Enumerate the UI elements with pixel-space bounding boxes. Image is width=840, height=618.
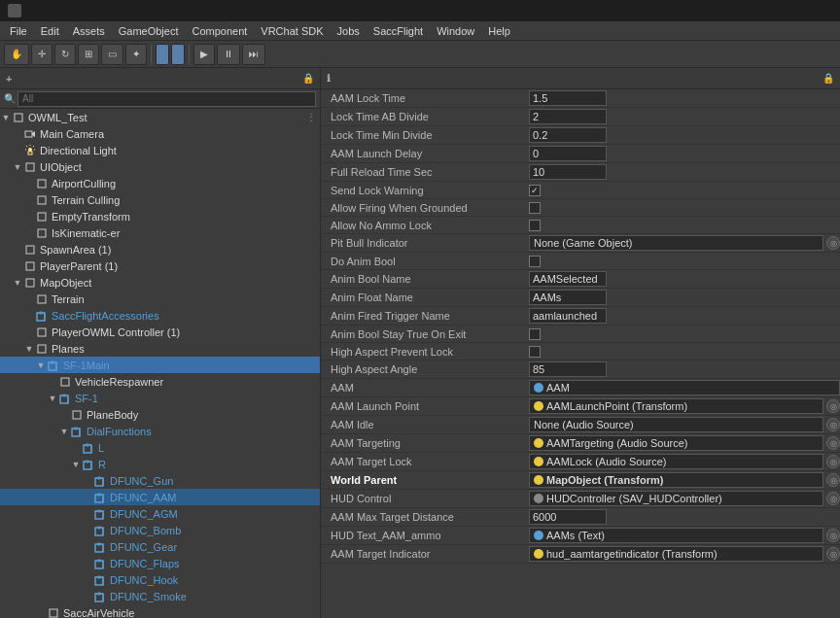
rotate-tool[interactable]: ↻ — [54, 44, 76, 65]
tree-item-spawnarea[interactable]: SpawnArea (1) — [0, 241, 320, 258]
inspector-object-17[interactable]: AAMLaunchPoint (Transform) — [529, 398, 823, 414]
object-select-btn-17[interactable]: ◎ — [826, 399, 840, 413]
inspector-input-1[interactable] — [529, 109, 607, 124]
tree-item-playerparent[interactable]: PlayerParent (1) — [0, 258, 320, 274]
object-select-btn-8[interactable]: ◎ — [826, 236, 840, 250]
tree-arrow-owml_test[interactable]: ▼ — [0, 113, 12, 122]
inspector-input-4[interactable] — [529, 164, 607, 180]
inspector-object-22[interactable]: HUDController (SAV_HUDController) — [529, 491, 823, 506]
inspector-object-8[interactable]: None (Game Object) — [529, 235, 823, 251]
menu-item-gameobject[interactable]: GameObject — [113, 24, 185, 38]
inspector-input-0[interactable] — [529, 90, 607, 106]
menu-item-help[interactable]: Help — [482, 24, 516, 38]
hierarchy-options-btn[interactable]: ⋮ — [306, 112, 316, 122]
hierarchy-search-input[interactable] — [18, 91, 316, 107]
inspector-checkbox-14[interactable] — [529, 346, 541, 358]
inspector-input-3[interactable] — [529, 146, 607, 161]
tree-item-dfunc_aam[interactable]: DFUNC_AAM — [0, 489, 320, 505]
tree-arrow-uiobject[interactable]: ▼ — [12, 162, 23, 172]
tree-item-sf1[interactable]: ▼SF-1 — [0, 390, 320, 406]
tree-arrow-sf1main[interactable]: ▼ — [35, 360, 47, 370]
inspector-object-18[interactable]: None (Audio Source) — [529, 417, 823, 432]
inspector-checkbox-6[interactable] — [529, 202, 541, 214]
inspector-input-15[interactable] — [529, 361, 607, 377]
tree-arrow-mapobject[interactable]: ▼ — [12, 278, 23, 288]
menu-item-vrchat sdk[interactable]: VRChat SDK — [255, 24, 329, 38]
tree-arrow-r[interactable]: ▼ — [70, 460, 82, 469]
hand-tool[interactable]: ✋ — [4, 44, 29, 65]
menu-item-file[interactable]: File — [4, 24, 33, 38]
menu-item-saccflight[interactable]: SaccFlight — [368, 24, 429, 38]
tree-item-playerowml_controller[interactable]: PlayerOWML Controller (1) — [0, 324, 320, 340]
tree-item-uiobject[interactable]: ▼UIObject — [0, 158, 320, 175]
tree-item-dfunc_flaps[interactable]: DFUNC_Flaps — [0, 555, 320, 571]
menu-item-edit[interactable]: Edit — [35, 24, 65, 38]
inspector-input-10[interactable] — [529, 271, 607, 287]
inspector-checkbox-9[interactable] — [529, 256, 541, 267]
tree-item-dfunc_hook[interactable]: DFUNC_Hook — [0, 571, 320, 588]
inspector-checkbox-5[interactable] — [529, 185, 541, 196]
inspector-object-21[interactable]: MapObject (Transform) — [529, 472, 823, 488]
play-button[interactable]: ▶ — [193, 44, 215, 65]
local-button[interactable] — [171, 44, 185, 65]
object-select-btn-25[interactable]: ◎ — [826, 547, 840, 561]
object-select-btn-18[interactable]: ◎ — [826, 418, 840, 431]
tree-item-sf1main[interactable]: ▼SF-1Main — [0, 357, 320, 373]
tree-item-terrain_culling[interactable]: Terrain Culling — [0, 191, 320, 208]
tree-arrow-sf1[interactable]: ▼ — [47, 394, 58, 403]
tree-item-dfunc_agm[interactable]: DFUNC_AGM — [0, 505, 320, 522]
tree-item-terrain[interactable]: Terrain — [0, 291, 320, 307]
inspector-object-24[interactable]: AAMs (Text) — [529, 528, 823, 543]
add-hierarchy-btn[interactable]: + — [6, 73, 12, 85]
pause-button[interactable]: ⏸ — [217, 44, 240, 65]
inspector-checkbox-7[interactable] — [529, 220, 541, 231]
inspector-input-23[interactable] — [529, 509, 607, 525]
tree-arrow-planes[interactable]: ▼ — [23, 344, 35, 354]
tree-item-saccairvehicle[interactable]: SaccAirVehicle — [0, 604, 320, 618]
tree-item-dfunc_gun[interactable]: DFUNC_Gun — [0, 472, 320, 489]
inspector-lock-icon[interactable]: 🔒 — [822, 73, 834, 84]
object-select-btn-21[interactable]: ◎ — [826, 473, 840, 487]
tree-item-iskinematic[interactable]: IsKinematic-er — [0, 224, 320, 241]
tree-item-mapobject[interactable]: ▼MapObject — [0, 274, 320, 291]
object-select-btn-24[interactable]: ◎ — [826, 529, 840, 542]
tree-item-planes[interactable]: ▼Planes — [0, 340, 320, 357]
inspector-object-25[interactable]: hud_aamtargetindicator (Transform) — [529, 546, 823, 562]
object-select-btn-22[interactable]: ◎ — [826, 492, 840, 505]
inspector-input-2[interactable] — [529, 127, 607, 143]
scale-tool[interactable]: ⊞ — [78, 44, 99, 65]
inspector-input-12[interactable] — [529, 308, 607, 324]
inspector-input-11[interactable] — [529, 290, 607, 305]
tree-item-dfunc_bomb[interactable]: DFUNC_Bomb — [0, 522, 320, 538]
object-select-btn-20[interactable]: ◎ — [826, 455, 840, 468]
pivot-button[interactable] — [156, 44, 169, 65]
tree-arrow-dialfunctions[interactable]: ▼ — [58, 427, 70, 436]
tree-item-main_camera[interactable]: Main Camera — [0, 125, 320, 142]
menu-item-component[interactable]: Component — [186, 24, 253, 38]
inspector-object-20[interactable]: AAMLock (Audio Source) — [529, 454, 823, 469]
tree-item-empty_transform[interactable]: EmptyTransform — [0, 208, 320, 224]
inspector-object-16[interactable]: AAM — [529, 380, 840, 395]
move-tool[interactable]: ✛ — [31, 44, 52, 65]
inspector-object-19[interactable]: AAMTargeting (Audio Source) — [529, 435, 823, 451]
object-select-btn-19[interactable]: ◎ — [826, 436, 840, 450]
tree-item-dialfunctions[interactable]: ▼DialFunctions — [0, 423, 320, 439]
hierarchy-lock-icon[interactable]: 🔒 — [302, 73, 314, 84]
tree-item-directional_light[interactable]: Directional Light — [0, 142, 320, 158]
tree-item-l[interactable]: L — [0, 439, 320, 456]
tree-item-airportculling[interactable]: AirportCulling — [0, 175, 320, 191]
tree-item-r[interactable]: ▼R — [0, 456, 320, 472]
rect-tool[interactable]: ▭ — [101, 44, 123, 65]
tree-item-owml_test[interactable]: ▼OWML_Test⋮ — [0, 109, 320, 125]
tree-item-vehiclerespawner[interactable]: VehicleRespawner — [0, 373, 320, 390]
menu-item-window[interactable]: Window — [431, 24, 480, 38]
transform-tool[interactable]: ✦ — [125, 44, 147, 65]
tree-item-planebody[interactable]: PlaneBody — [0, 406, 320, 423]
step-button[interactable]: ⏭ — [242, 44, 265, 65]
menu-item-assets[interactable]: Assets — [67, 24, 111, 38]
tree-item-dfunc_gear[interactable]: DFUNC_Gear — [0, 538, 320, 555]
tree-item-dfunc_smoke[interactable]: DFUNC_Smoke — [0, 588, 320, 604]
inspector-checkbox-13[interactable] — [529, 328, 541, 340]
menu-item-jobs[interactable]: Jobs — [332, 24, 366, 38]
tree-item-saccflight_accessories[interactable]: SaccFlightAccessories — [0, 307, 320, 324]
